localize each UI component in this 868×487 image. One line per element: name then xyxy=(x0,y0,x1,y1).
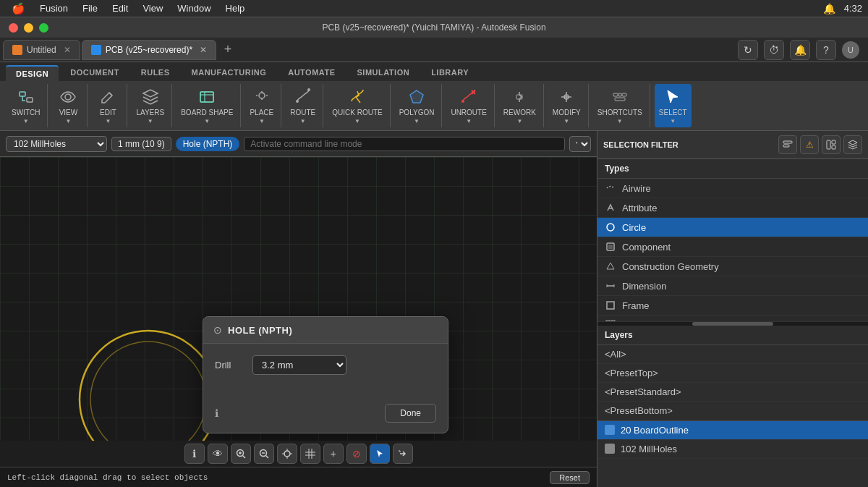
warning-icon-btn[interactable]: ⚠ xyxy=(800,135,819,154)
pcb-circle xyxy=(72,323,224,441)
route-tool[interactable]: ROUTE ▼ xyxy=(286,84,320,127)
info-icon[interactable]: ℹ xyxy=(215,407,218,419)
toolbar-row: SWITCH ▼ VIEW ▼ xyxy=(0,81,868,130)
type-component[interactable]: Component xyxy=(597,237,868,257)
view-icon xyxy=(58,87,78,107)
svg-point-4 xyxy=(259,93,265,98)
zoom-in-btn[interactable] xyxy=(231,444,251,464)
rework-tool[interactable]: REWORK ▼ xyxy=(499,84,540,127)
menu-file[interactable]: File xyxy=(77,1,103,15)
route-icon xyxy=(293,87,313,107)
layout-icon-btn[interactable] xyxy=(822,135,841,154)
svg-rect-14 xyxy=(618,93,621,96)
place-tool[interactable]: PLACE ▼ xyxy=(245,84,278,127)
fit-btn[interactable] xyxy=(277,444,297,464)
add-btn[interactable]: + xyxy=(323,444,344,464)
tab-close-pcb[interactable]: ✕ xyxy=(200,45,207,55)
canvas-area[interactable]: ⊙ HOLE (NPTH) Drill 3.2 mm 2.4 mm 3.0 mm… xyxy=(0,157,597,441)
layer-selector[interactable]: 102 MillHoles xyxy=(6,136,107,152)
switch-tool[interactable]: SWITCH ▼ xyxy=(7,84,44,127)
tab-design[interactable]: DESIGN xyxy=(6,65,59,81)
filter-select-btn[interactable] xyxy=(778,135,797,154)
layer-board-outline[interactable]: 20 BoardOutline xyxy=(597,421,868,440)
cmd-dropdown[interactable]: ▼ xyxy=(569,136,591,152)
cursor-btn[interactable] xyxy=(370,444,390,464)
layer-all[interactable]: <All> xyxy=(597,345,868,364)
quick-route-tool[interactable]: QUICK ROUTE ▼ xyxy=(328,84,386,127)
bottom-toolbar: ℹ 👁 + ⊘ xyxy=(0,441,597,467)
maximize-button[interactable] xyxy=(39,23,48,33)
info-btn[interactable]: ℹ xyxy=(184,444,205,464)
svg-point-17 xyxy=(80,331,217,441)
tab-manufacturing[interactable]: MANUFACTURING xyxy=(182,65,277,81)
eye-btn[interactable]: 👁 xyxy=(208,444,228,464)
type-circle[interactable]: Circle xyxy=(597,218,868,237)
notification-icon[interactable]: 🔔 xyxy=(823,3,835,14)
done-button[interactable]: Done xyxy=(385,404,436,423)
layers-section-header: Layers xyxy=(597,326,868,345)
menu-window[interactable]: Window xyxy=(171,1,216,15)
arrow-btn[interactable] xyxy=(393,444,413,464)
modify-label: MODIFY xyxy=(553,109,581,117)
tab-pcb[interactable]: PCB (v25~recovered)* ✕ xyxy=(82,40,216,60)
user-avatar[interactable]: U xyxy=(842,41,859,59)
menu-help[interactable]: Help xyxy=(220,1,251,15)
tab-document[interactable]: DOCUMENT xyxy=(60,65,129,81)
rework-icon xyxy=(509,87,529,107)
construction-geometry-icon xyxy=(605,261,616,272)
polygon-tool[interactable]: POLYGON ▼ xyxy=(395,84,439,127)
history-btn[interactable]: ⏱ xyxy=(764,40,784,60)
tab-simulation[interactable]: SIMULATION xyxy=(347,65,420,81)
grid-btn[interactable] xyxy=(300,444,320,464)
refresh-btn[interactable]: ↻ xyxy=(738,40,758,60)
type-group[interactable]: Group xyxy=(597,316,868,321)
layer-preset-bottom[interactable]: <PresetBottom> xyxy=(597,402,868,420)
layer-preset-standard[interactable]: <PresetStandard> xyxy=(597,383,868,402)
menu-view[interactable]: View xyxy=(137,1,169,15)
shortcuts-group: SHORTCUTS ▼ xyxy=(590,84,650,127)
board-shape-tool[interactable]: BOARD SHAPE ▼ xyxy=(176,84,237,127)
svg-line-22 xyxy=(242,456,245,459)
layers-tool[interactable]: LAYERS ▼ xyxy=(132,84,169,127)
modify-tool[interactable]: MODIFY ▼ xyxy=(548,84,585,127)
view-tool[interactable]: VIEW ▼ xyxy=(52,84,84,127)
shortcuts-tool[interactable]: SHORTCUTS ▼ xyxy=(593,84,647,127)
unroute-icon xyxy=(459,87,479,107)
layer-preset-top[interactable]: <PresetTop> xyxy=(597,364,868,383)
close-button[interactable] xyxy=(9,23,18,33)
type-construction-geometry[interactable]: Construction Geometry xyxy=(597,257,868,276)
type-airwire[interactable]: Airwire xyxy=(597,179,868,198)
select-tool[interactable]: SELECT ▼ xyxy=(655,84,692,127)
reset-button[interactable]: Reset xyxy=(550,471,590,484)
type-attribute[interactable]: Attribute xyxy=(597,198,868,218)
zoom-out-btn[interactable] xyxy=(254,444,274,464)
svg-point-2 xyxy=(65,94,71,100)
layer-millholes[interactable]: 102 MillHoles xyxy=(597,440,868,459)
no-btn[interactable]: ⊘ xyxy=(346,444,367,464)
type-dimension[interactable]: Dimension xyxy=(597,276,868,296)
edit-tool[interactable]: EDIT ▼ xyxy=(92,84,124,127)
minimize-button[interactable] xyxy=(24,23,33,33)
drill-select[interactable]: 3.2 mm 2.4 mm 3.0 mm 4.0 mm xyxy=(252,355,346,375)
tab-close-untitled[interactable]: ✕ xyxy=(64,45,71,55)
tab-untitled[interactable]: Untitled ✕ xyxy=(3,40,80,60)
unroute-tool[interactable]: UNROUTE ▼ xyxy=(446,84,490,127)
window-controls xyxy=(9,23,48,33)
apple-menu[interactable]: 🍎 xyxy=(6,1,31,17)
layers-icon-btn[interactable] xyxy=(843,135,862,154)
tab-rules[interactable]: RULES xyxy=(131,65,180,81)
type-frame[interactable]: Frame xyxy=(597,296,868,316)
svg-point-5 xyxy=(296,100,299,103)
new-tab-button[interactable]: + xyxy=(218,40,238,60)
bell-btn[interactable]: 🔔 xyxy=(790,40,810,60)
select-group: SELECT ▼ xyxy=(652,84,694,127)
menu-fusion[interactable]: Fusion xyxy=(34,1,74,15)
menu-edit[interactable]: Edit xyxy=(106,1,134,15)
tab-automate[interactable]: AUTOMATE xyxy=(278,65,345,81)
svg-rect-39 xyxy=(832,145,835,149)
command-input[interactable] xyxy=(244,137,565,151)
tab-library[interactable]: LIBRARY xyxy=(421,65,479,81)
type-frame-label: Frame xyxy=(622,300,650,311)
layer-preset-standard-label: <PresetStandard> xyxy=(605,386,681,397)
help-btn[interactable]: ? xyxy=(816,40,836,60)
